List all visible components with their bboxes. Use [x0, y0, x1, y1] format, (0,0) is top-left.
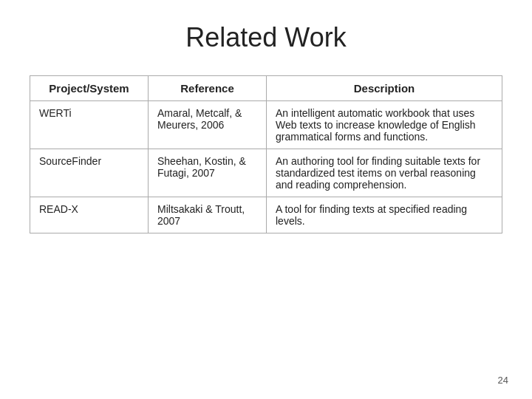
cell-project: WERTi [30, 101, 149, 149]
page-number: 24 [498, 375, 508, 386]
header-reference: Reference [149, 76, 267, 101]
cell-description: An authoring tool for finding suitable t… [267, 149, 502, 197]
cell-reference: Amaral, Metcalf, & Meurers, 2006 [149, 101, 267, 149]
related-work-table: Project/System Reference Description WER… [30, 75, 502, 233]
table-row: READ-XMiltsakaki & Troutt, 2007A tool fo… [30, 197, 502, 233]
header-project: Project/System [30, 76, 149, 101]
table-row: SourceFinderSheehan, Kostin, & Futagi, 2… [30, 149, 502, 197]
cell-project: READ-X [30, 197, 149, 233]
table-header-row: Project/System Reference Description [30, 76, 502, 101]
header-description: Description [267, 76, 502, 101]
cell-project: SourceFinder [30, 149, 149, 197]
page-title: Related Work [185, 22, 346, 53]
cell-reference: Sheehan, Kostin, & Futagi, 2007 [149, 149, 267, 197]
cell-description: An intelligent automatic workbook that u… [267, 101, 502, 149]
table-row: WERTiAmaral, Metcalf, & Meurers, 2006An … [30, 101, 502, 149]
cell-description: A tool for finding texts at specified re… [267, 197, 502, 233]
cell-reference: Miltsakaki & Troutt, 2007 [149, 197, 267, 233]
